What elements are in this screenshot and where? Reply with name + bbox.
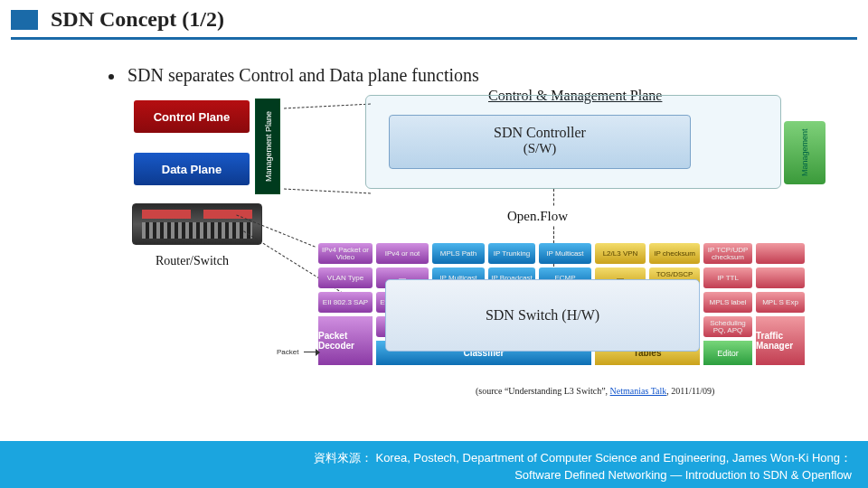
management-plane-box: Management Plane bbox=[255, 99, 280, 194]
footer-line-1: 資料來源： Korea, Postech, Department of Comp… bbox=[314, 450, 852, 466]
router-switch-label: Router/Switch bbox=[156, 254, 229, 268]
grid-cell: Scheduling PQ, APQ bbox=[703, 316, 752, 337]
grid-cell: EII 802.3 SAP bbox=[318, 292, 373, 313]
grid-cell: MPLS Path bbox=[432, 243, 485, 264]
sdn-controller-box: SDN Controller (S/W) bbox=[389, 115, 691, 169]
management-stub: Management bbox=[784, 121, 826, 184]
grid-cell bbox=[756, 267, 805, 288]
grid-cell bbox=[756, 243, 805, 264]
arrow-right-icon bbox=[304, 352, 316, 352]
source-citation: (source “Understanding L3 Switch”, Netma… bbox=[476, 386, 714, 396]
grid-cell: L2/L3 VPN bbox=[595, 243, 646, 264]
grid-cell: MPLS label bbox=[703, 292, 752, 313]
management-plane-label: Management Plane bbox=[256, 99, 281, 193]
grid-cell: IP TTL bbox=[703, 267, 752, 288]
footer-bar: 資料來源： Korea, Postech, Department of Comp… bbox=[0, 441, 868, 488]
dashed-connector bbox=[284, 103, 371, 108]
grid-cell: IPv4 Packet or Video bbox=[318, 243, 373, 264]
page-title: SDN Concept (1/2) bbox=[51, 7, 224, 32]
control-plane-box: Control Plane bbox=[134, 100, 250, 133]
packet-decoder-block: Packet Decoder bbox=[318, 316, 373, 365]
grid-cell: VLAN Type bbox=[318, 267, 373, 288]
data-plane-box: Data Plane bbox=[134, 153, 250, 185]
grid-cell: IP checksum bbox=[649, 243, 700, 264]
bullet-text: SDN separates Control and Data plane fun… bbox=[127, 65, 479, 85]
grid-cell: IP Multicast bbox=[539, 243, 591, 264]
title-bar: SDN Concept (1/2) bbox=[11, 0, 857, 40]
grid-cell: IP Trunking bbox=[488, 243, 535, 264]
openflow-label: Open.Flow bbox=[501, 207, 574, 226]
sdn-diagram: Control Plane Data Plane Management Plan… bbox=[136, 95, 787, 402]
title-accent bbox=[11, 10, 38, 30]
source-link[interactable]: Netmanias Talk bbox=[610, 386, 667, 396]
sdn-switch-box: SDN Switch (H/W) bbox=[385, 279, 700, 352]
grid-cell: IPv4 or not bbox=[376, 243, 429, 264]
management-stub-label: Management bbox=[784, 121, 826, 184]
main-bullet: SDN separates Control and Data plane fun… bbox=[108, 65, 868, 86]
source-suffix: , 2011/11/09) bbox=[666, 386, 714, 396]
traffic-manager-block: Traffic Manager bbox=[756, 316, 805, 365]
controller-line2: (S/W) bbox=[390, 141, 690, 156]
editor-block: Editor bbox=[703, 341, 752, 365]
controller-line1: SDN Controller bbox=[494, 125, 586, 140]
source-prefix: (source “Understanding L3 Switch”, bbox=[476, 386, 610, 396]
footer-line-2: Software Defined Networking — Introducti… bbox=[514, 468, 852, 482]
dashed-connector bbox=[284, 188, 371, 193]
router-switch-icon bbox=[132, 203, 262, 245]
bullet-icon bbox=[108, 74, 114, 80]
packet-in-label: Packet bbox=[277, 348, 298, 356]
grid-cell: IP TCP/UDP checksum bbox=[703, 243, 752, 264]
grid-cell: MPL S Exp bbox=[756, 292, 805, 313]
